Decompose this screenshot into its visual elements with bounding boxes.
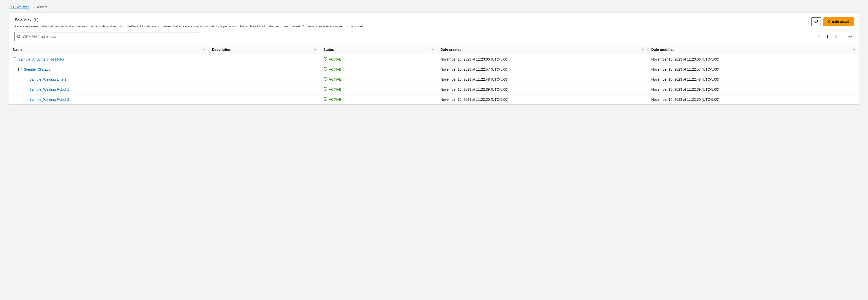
paginator: 1 xyxy=(815,33,854,40)
cell-status: ACTIVE xyxy=(320,84,437,94)
col-header-date-created[interactable]: Date created xyxy=(437,45,648,54)
asset-link[interactable]: Sample_Welding Line 1 xyxy=(29,77,66,81)
settings-button[interactable] xyxy=(847,33,854,40)
assets-table: Name Description Status xyxy=(9,45,859,104)
cell-description xyxy=(209,84,320,94)
col-header-status[interactable]: Status xyxy=(320,45,437,54)
page-subtitle: Assets represent industrial devices and … xyxy=(14,24,807,29)
cell-description xyxy=(209,94,320,105)
col-header-date-modified[interactable]: Date modified xyxy=(648,45,859,54)
sort-icon xyxy=(642,48,644,51)
cell-date-modified: November 10, 2023 at 11:22:57 (UTC-5:00) xyxy=(648,64,859,74)
prev-page-button[interactable] xyxy=(815,33,822,40)
refresh-button[interactable] xyxy=(811,17,821,26)
check-circle-icon xyxy=(323,87,328,92)
check-circle-icon xyxy=(323,77,328,82)
asset-link[interactable]: Sample_Welding Robot 2 xyxy=(29,98,69,102)
collapse-toggle[interactable] xyxy=(13,58,16,61)
cell-date-modified: November 10, 2023 at 11:22:30 (UTC-5:00) xyxy=(648,94,859,105)
cell-date-modified: November 10, 2023 at 11:22:39 (UTC-5:00) xyxy=(648,84,859,94)
page-title: Assets (1) xyxy=(14,17,807,23)
status-text: ACTIVE xyxy=(329,67,342,71)
table-row: Sample_Welding Line 1ACTIVENovember 10, … xyxy=(9,74,859,84)
sort-icon xyxy=(203,48,205,51)
table-row: Sample_Welding Robot 2ACTIVENovember 10,… xyxy=(9,94,859,105)
status-text: ACTIVE xyxy=(329,57,342,61)
page-number: 1 xyxy=(825,35,830,39)
collapse-toggle[interactable] xyxy=(24,78,27,81)
breadcrumb-root-link[interactable]: IoT SiteWise xyxy=(9,5,29,9)
col-header-date-created-label: Date created xyxy=(440,48,462,52)
status-text: ACTIVE xyxy=(329,98,342,102)
breadcrumb-current: Assets xyxy=(37,5,48,9)
col-header-name-label: Name xyxy=(13,48,22,52)
title-text: Assets xyxy=(14,17,31,23)
check-circle-icon xyxy=(323,67,328,72)
col-header-status-label: Status xyxy=(323,48,334,52)
gear-icon xyxy=(848,34,852,39)
cell-status: ACTIVE xyxy=(320,54,437,64)
col-header-description[interactable]: Description xyxy=(209,45,320,54)
chevron-left-icon xyxy=(817,35,820,39)
cell-date-created: November 10, 2023 at 11:22:39 (UTC-5:00) xyxy=(437,84,648,94)
collapse-toggle[interactable] xyxy=(18,67,22,71)
filter-input[interactable] xyxy=(14,32,200,41)
cell-description xyxy=(209,64,320,74)
minus-icon xyxy=(19,69,21,70)
cell-date-created: November 10, 2023 at 11:22:30 (UTC-5:00) xyxy=(437,94,648,105)
cell-date-created: November 10, 2023 at 11:22:48 (UTC-5:00) xyxy=(437,74,648,84)
col-header-name[interactable]: Name xyxy=(9,45,209,54)
next-page-button[interactable] xyxy=(832,33,839,40)
col-header-date-modified-label: Date modified xyxy=(651,48,675,52)
cell-date-modified: November 10, 2023 at 11:22:48 (UTC-5:00) xyxy=(648,74,859,84)
cell-date-modified: November 10, 2023 at 11:23:06 (UTC-5:00) xyxy=(648,54,859,64)
svg-point-1 xyxy=(850,36,851,37)
title-count: (1) xyxy=(32,17,38,23)
create-asset-button[interactable]: Create asset xyxy=(823,17,854,26)
status-text: ACTIVE xyxy=(329,77,342,81)
sort-icon xyxy=(431,48,434,51)
breadcrumb: IoT SiteWise Assets xyxy=(9,5,859,9)
cell-date-created: November 10, 2023 at 11:22:57 (UTC-5:00) xyxy=(437,64,648,74)
asset-link[interactable]: Sample_Chicago xyxy=(24,67,51,71)
assets-card: Assets (1) Assets represent industrial d… xyxy=(9,12,859,105)
asset-link[interactable]: Sample_AnyEnterprise Motor xyxy=(18,57,64,61)
sort-icon xyxy=(853,48,855,51)
cell-description xyxy=(209,54,320,64)
status-text: ACTIVE xyxy=(329,87,342,91)
sort-icon xyxy=(314,48,316,51)
table-row: Sample_ChicagoACTIVENovember 10, 2023 at… xyxy=(9,64,859,74)
col-header-description-label: Description xyxy=(212,48,231,52)
chevron-right-icon xyxy=(32,6,34,8)
chevron-right-icon xyxy=(834,35,838,39)
table-row: Sample_AnyEnterprise MotorACTIVENovember… xyxy=(9,54,859,64)
minus-icon xyxy=(25,79,27,80)
cell-status: ACTIVE xyxy=(320,74,437,84)
cell-status: ACTIVE xyxy=(320,64,437,74)
search-icon xyxy=(17,35,21,39)
cell-status: ACTIVE xyxy=(320,94,437,105)
table-row: Sample_Welding Robot 1ACTIVENovember 10,… xyxy=(9,84,859,94)
asset-link[interactable]: Sample_Welding Robot 1 xyxy=(29,87,69,91)
cell-date-created: November 10, 2023 at 11:23:06 (UTC-5:00) xyxy=(437,54,648,64)
filter-wrap xyxy=(14,32,200,41)
svg-point-0 xyxy=(17,35,20,38)
check-circle-icon xyxy=(323,97,328,102)
refresh-icon xyxy=(814,19,818,24)
cell-description xyxy=(209,74,320,84)
check-circle-icon xyxy=(323,57,328,61)
minus-icon xyxy=(13,59,16,59)
